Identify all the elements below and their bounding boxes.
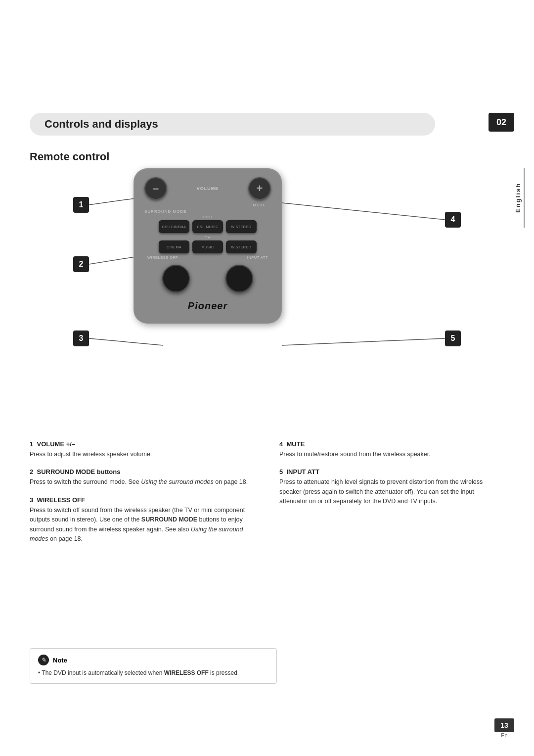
desc-wireless-text: Press to switch off sound from the wirel… — [30, 506, 250, 544]
descriptions-section: 1 VOLUME +/– Press to adjust the wireles… — [30, 440, 499, 553]
note-icon: ✎ — [38, 655, 49, 665]
desc-left-column: 1 VOLUME +/– Press to adjust the wireles… — [30, 440, 250, 553]
desc-surround-title: 2 SURROUND MODE buttons — [30, 468, 250, 475]
svg-line-4 — [282, 338, 445, 345]
tv-mode-buttons: CINEMA MUSIC W.STEREO — [144, 240, 271, 253]
callout-1: 1 — [73, 197, 89, 213]
page-number-badge: 02 — [489, 113, 514, 132]
callout-5: 5 — [445, 331, 461, 346]
input-att-button[interactable] — [225, 265, 253, 292]
callout-4: 4 — [445, 212, 461, 228]
desc-inputatt: 5 INPUT ATT Press to attenuate high leve… — [279, 468, 499, 506]
desc-wireless-title: 3 WIRELESS OFF — [30, 496, 250, 504]
callout-3: 3 — [73, 331, 89, 346]
music-button[interactable]: MUSIC — [192, 240, 223, 253]
dvd-wstereo-button[interactable]: W.STEREO — [226, 220, 257, 233]
wireless-off-label: WIRELESS OFF — [147, 255, 178, 260]
volume-row: – VOLUME + — [144, 177, 271, 200]
desc-volume-title: 1 VOLUME +/– — [30, 440, 250, 448]
note-header: ✎ Note — [38, 655, 268, 665]
surround-mode-label: SURROUND MODE — [144, 209, 271, 214]
tv-wstereo-button[interactable]: W.STEREO — [226, 240, 257, 253]
wireless-off-button[interactable] — [162, 265, 190, 292]
bottom-labels: WIRELESS OFF INPUT ATT — [144, 255, 271, 260]
header-title: Controls and displays — [44, 118, 158, 131]
note-box: ✎ Note • The DVD input is automatically … — [30, 648, 277, 684]
large-buttons-row — [144, 265, 271, 292]
desc-inputatt-title: 5 INPUT ATT — [279, 468, 499, 475]
remote-body: – VOLUME + MUTE SURROUND MODE DVD CSII C… — [134, 168, 282, 324]
section-title: Remote control — [30, 150, 109, 163]
header-bar: Controls and displays — [30, 113, 435, 136]
desc-right-column: 4 MUTE Press to mute/restore sound from … — [279, 440, 499, 553]
desc-volume: 1 VOLUME +/– Press to adjust the wireles… — [30, 440, 250, 459]
page-num-en: En — [501, 732, 507, 738]
csii-music-button[interactable]: CSII MUSIC — [192, 220, 223, 233]
svg-line-2 — [89, 338, 163, 345]
dvd-mode-buttons: CSII CINEMA CSII MUSIC W.STEREO — [144, 220, 271, 233]
volume-label: VOLUME — [173, 186, 242, 191]
desc-surround-text: Press to switch the surround mode. See U… — [30, 477, 250, 487]
cinema-button[interactable]: CINEMA — [159, 240, 189, 253]
tv-label: TV — [144, 235, 271, 239]
input-att-label: INPUT ATT — [247, 255, 268, 260]
desc-mute-text: Press to mute/restore sound from the wir… — [279, 450, 499, 459]
page-num-box: 13 — [494, 718, 514, 732]
pioneer-logo: Pioneer — [144, 299, 271, 312]
language-label: English — [514, 168, 525, 228]
note-title: Note — [53, 657, 67, 664]
desc-surround: 2 SURROUND MODE buttons Press to switch … — [30, 468, 250, 487]
note-text: • The DVD input is automatically selecte… — [38, 668, 268, 677]
desc-wireless: 3 WIRELESS OFF Press to switch off sound… — [30, 496, 250, 544]
svg-line-3 — [282, 203, 445, 220]
desc-mute-title: 4 MUTE — [279, 440, 499, 448]
csii-cinema-button[interactable]: CSII CINEMA — [159, 220, 189, 233]
mute-label: MUTE — [253, 203, 266, 207]
desc-inputatt-text: Press to attenuate high level signals to… — [279, 477, 499, 506]
page-number-bottom: 13 En — [494, 718, 514, 738]
remote-control: – VOLUME + MUTE SURROUND MODE DVD CSII C… — [134, 168, 282, 324]
dvd-label: DVD — [144, 215, 271, 219]
desc-volume-text: Press to adjust the wireless speaker vol… — [30, 450, 250, 459]
callout-2: 2 — [73, 256, 89, 272]
volume-minus-button[interactable]: – — [144, 177, 167, 200]
volume-plus-button[interactable]: + — [248, 177, 271, 200]
mute-label-row: MUTE — [144, 203, 271, 207]
desc-mute: 4 MUTE Press to mute/restore sound from … — [279, 440, 499, 459]
